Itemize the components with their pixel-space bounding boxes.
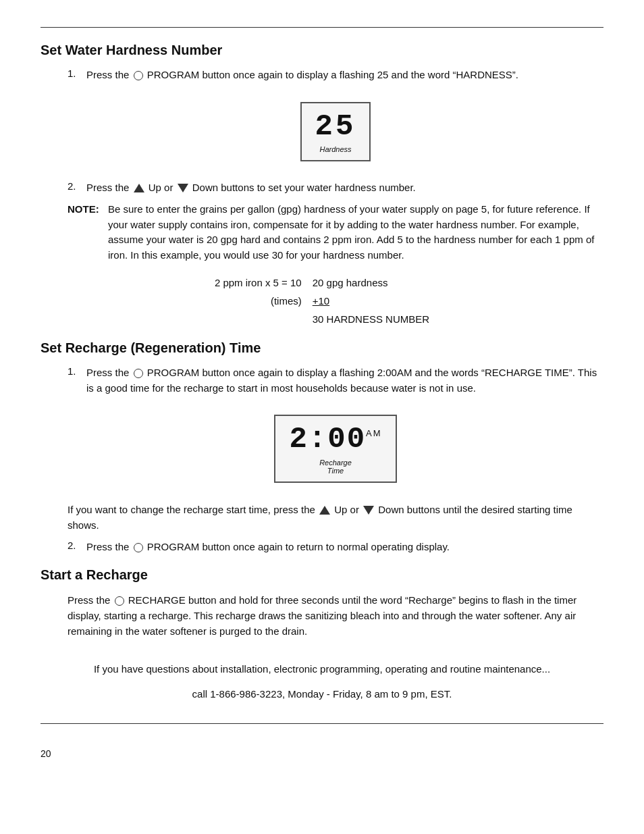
- recharge-step2-num: 2.: [68, 540, 86, 551]
- display-label-hardness: Hardness: [315, 145, 356, 153]
- recharge-steps: 1. Press the PROGRAM button once again t…: [68, 365, 603, 492]
- recharge-step2-suffix: PROGRAM button once again to return to n…: [147, 541, 450, 552]
- math-line3-right: 30 HARDNESS NUMBER: [313, 310, 429, 328]
- recharge-step1-suffix: PROGRAM button once again to display a f…: [86, 367, 597, 394]
- up-arrow-icon-2: [319, 506, 330, 515]
- contact-call: call 1-866-986-3223, Monday - Friday, 8 …: [41, 685, 603, 703]
- section-start-recharge: Start a Recharge Press the RECHARGE butt…: [41, 567, 603, 640]
- start-recharge-body: Press the RECHARGE button and hold for t…: [68, 592, 603, 640]
- display-clock-number: 2:00AM: [289, 423, 381, 455]
- step1-num: 1.: [68, 68, 86, 79]
- recharge-body-circle-icon: [115, 596, 124, 606]
- recharge-step2-circle-icon: [134, 543, 143, 552]
- start-recharge-body-text: RECHARGE button and hold for three secon…: [68, 594, 576, 637]
- section-water-hardness: Set Water Hardness Number 1. Press the P…: [41, 43, 603, 328]
- page-number: 20: [41, 748, 51, 759]
- display-box-hardness: 25 Hardness: [300, 102, 371, 161]
- recharge-step1-num: 1.: [68, 365, 86, 377]
- contact-block: If you have questions about installation…: [41, 660, 603, 703]
- section-recharge-time: Set Recharge (Regeneration) Time 1. Pres…: [41, 340, 603, 554]
- recharge-step2-content: Press the PROGRAM button once again to r…: [86, 540, 603, 555]
- recharge-label2: Time: [327, 467, 344, 475]
- step2-up-label: Up or: [149, 182, 173, 193]
- down-arrow-icon-2: [363, 506, 374, 515]
- step2-content: Press the Up or Down buttons to set your…: [86, 180, 603, 196]
- step2-num: 2.: [68, 180, 86, 192]
- display-box-wrap-1: 25 Hardness: [68, 93, 603, 171]
- recharge-label1: Recharge: [319, 459, 352, 467]
- clock-digits: 2:00: [289, 422, 366, 456]
- program-circle-icon: [134, 71, 143, 80]
- hardness-step2: 2. Press the Up or Down buttons to set y…: [68, 180, 603, 196]
- note-text: Be sure to enter the grains per gallon (…: [108, 202, 603, 263]
- change-text-para: If you want to change the recharge start…: [68, 502, 603, 533]
- note-label: NOTE:: [68, 202, 108, 263]
- recharge-step2: 2. Press the PROGRAM button once again t…: [68, 540, 603, 555]
- section-title-recharge: Set Recharge (Regeneration) Time: [41, 340, 603, 356]
- recharge-step1-prefix: Press the: [86, 367, 129, 378]
- step2-down-label: Down buttons to set your water hardness …: [192, 182, 416, 193]
- page-container: Set Water Hardness Number 1. Press the P…: [0, 0, 644, 773]
- recharge-step1-content: Press the PROGRAM button once again to d…: [86, 365, 603, 396]
- math-line1-right: 20 gpg hardness: [313, 273, 388, 292]
- top-rule: [41, 27, 603, 28]
- recharge-step2-prefix: Press the: [86, 541, 129, 552]
- step1-prefix: Press the: [86, 69, 129, 80]
- step1-suffix: PROGRAM button once again to display a f…: [147, 69, 518, 80]
- display-box-clock: 2:00AM Recharge Time: [274, 415, 396, 482]
- display-number-hardness: 25: [315, 110, 356, 142]
- down-arrow-icon: [178, 184, 188, 192]
- am-label: AM: [366, 429, 382, 439]
- clock-sublabel: Recharge Time: [289, 459, 381, 475]
- display-box-wrap-2: 2:00AM Recharge Time: [68, 405, 603, 492]
- step1-content: Press the PROGRAM button once again to d…: [86, 68, 603, 83]
- hardness-step1: 1. Press the PROGRAM button once again t…: [68, 68, 603, 83]
- contact-question: If you have questions about installation…: [41, 660, 603, 678]
- hardness-steps: 1. Press the PROGRAM button once again t…: [68, 68, 603, 195]
- change-text-mid: Up or: [334, 504, 359, 515]
- recharge-step2-list: 2. Press the PROGRAM button once again t…: [68, 540, 603, 555]
- recharge-step1: 1. Press the PROGRAM button once again t…: [68, 365, 603, 396]
- math-line3-left: (times): [271, 292, 302, 310]
- bottom-rule: [41, 723, 603, 724]
- math-line2-left: 2 ppm iron x 5 = 10: [215, 273, 302, 292]
- start-recharge-press: Press the: [68, 594, 110, 606]
- recharge-circle-icon: [134, 369, 143, 378]
- change-text-prefix: If you want to change the recharge start…: [68, 504, 315, 515]
- section-title-start-recharge: Start a Recharge: [41, 567, 603, 583]
- up-arrow-icon: [134, 184, 144, 192]
- note-block: NOTE: Be sure to enter the grains per ga…: [68, 202, 603, 263]
- math-line2-right: +10: [313, 292, 329, 310]
- math-block: 2 ppm iron x 5 = 10 (times) 20 gpg hardn…: [41, 273, 603, 328]
- step2-prefix: Press the: [86, 182, 129, 193]
- section-title-hardness: Set Water Hardness Number: [41, 43, 603, 58]
